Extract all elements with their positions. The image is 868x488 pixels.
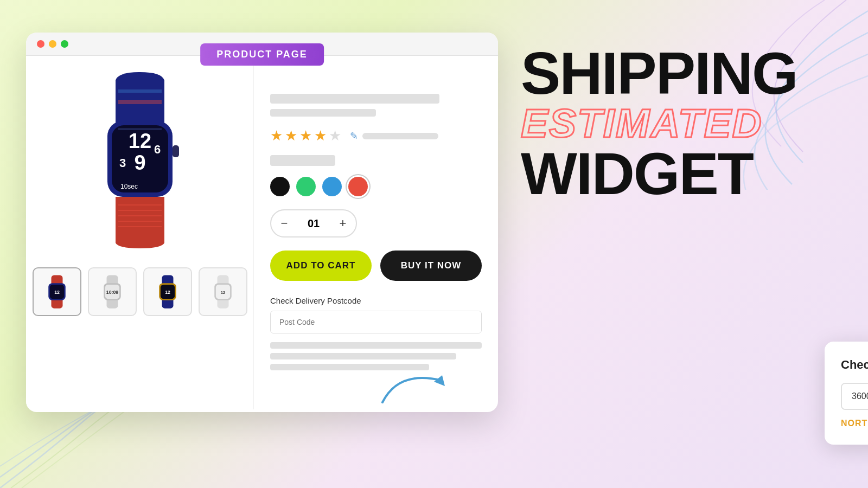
star-3: ★	[299, 127, 312, 144]
svg-text:10:09: 10:09	[106, 290, 118, 295]
arrow-connector	[377, 359, 448, 408]
svg-text:12: 12	[128, 130, 151, 152]
star-rating: ★ ★ ★ ★ ★	[270, 127, 341, 144]
edit-icon[interactable]: ✎	[350, 130, 358, 142]
quantity-increase-button[interactable]: +	[330, 210, 356, 236]
swatch-red[interactable]	[348, 177, 368, 196]
color-swatches	[270, 177, 482, 196]
star-1: ★	[270, 127, 283, 144]
thumbnail-1[interactable]: 12	[33, 267, 81, 316]
delivery-section: Check Delivery Postcode	[270, 296, 482, 333]
thumbnail-4[interactable]: 12	[199, 267, 247, 316]
browser-window: PRODUCT PAGE 12 9 3 6	[26, 33, 498, 412]
title-placeholder-1	[270, 94, 439, 104]
quantity-selector: − 01 +	[270, 209, 357, 237]
price-placeholder	[270, 155, 335, 166]
quantity-value: 01	[297, 217, 330, 230]
review-line	[362, 133, 438, 139]
product-watch-image: 12 9 3 6 10sec	[64, 69, 216, 248]
swatch-black[interactable]	[270, 177, 290, 196]
buy-now-button[interactable]: BUY IT NOW	[380, 251, 482, 281]
right-content: SHIPPING ESTIMATED WIDGET	[521, 43, 835, 203]
postcode-input-row	[270, 311, 482, 333]
thumbnail-3[interactable]: 12	[143, 267, 192, 316]
minimize-dot[interactable]	[49, 40, 56, 48]
star-4: ★	[314, 127, 327, 144]
quantity-decrease-button[interactable]: −	[271, 210, 297, 236]
info-line-1	[270, 342, 482, 349]
title-placeholder-2	[270, 109, 376, 117]
main-product-image: 12 9 3 6 10sec	[48, 67, 232, 251]
shipping-result: NORTH ZONE SHIPPING – $10.00	[841, 419, 868, 428]
product-thumbnails: 12 10:09	[33, 267, 247, 316]
maximize-dot[interactable]	[61, 40, 68, 48]
shipping-popup-title: Check Delivery Postcode	[841, 358, 868, 372]
star-2: ★	[285, 127, 297, 144]
widget-headline: WIDGET	[521, 144, 835, 203]
close-dot[interactable]	[37, 40, 44, 48]
svg-text:10sec: 10sec	[120, 183, 137, 190]
thumbnail-2[interactable]: 10:09	[88, 267, 137, 316]
postcode-widget-row: APPLY	[841, 383, 868, 410]
svg-text:9: 9	[134, 151, 145, 174]
svg-text:6: 6	[154, 143, 160, 156]
shipping-headline: SHIPPING	[521, 43, 835, 103]
svg-text:12: 12	[54, 290, 60, 295]
star-5: ★	[329, 127, 341, 144]
svg-text:12: 12	[165, 290, 170, 295]
stars-row: ★ ★ ★ ★ ★ ✎	[270, 127, 482, 144]
svg-rect-7	[173, 145, 179, 157]
info-lines	[270, 342, 482, 370]
review-bar: ✎	[350, 130, 438, 142]
shipping-popup: Check Delivery Postcode APPLY NORTH ZONE…	[825, 342, 868, 445]
svg-text:3: 3	[119, 156, 125, 170]
svg-text:12: 12	[221, 291, 225, 294]
product-page-badge: PRODUCT PAGE	[200, 43, 324, 66]
product-image-panel: 12 9 3 6 10sec	[26, 56, 254, 409]
add-to-cart-button[interactable]: ADD TO CART	[270, 251, 372, 281]
estimated-headline: ESTIMATED	[521, 103, 835, 144]
svg-marker-32	[434, 375, 445, 386]
swatch-blue[interactable]	[322, 177, 342, 196]
delivery-title: Check Delivery Postcode	[270, 296, 482, 305]
action-buttons: ADD TO CART BUY IT NOW	[270, 251, 482, 281]
postcode-input[interactable]	[271, 311, 481, 333]
product-details-panel: ★ ★ ★ ★ ★ ✎	[254, 56, 498, 409]
swatch-green[interactable]	[296, 177, 316, 196]
postcode-widget-input[interactable]	[842, 384, 868, 409]
